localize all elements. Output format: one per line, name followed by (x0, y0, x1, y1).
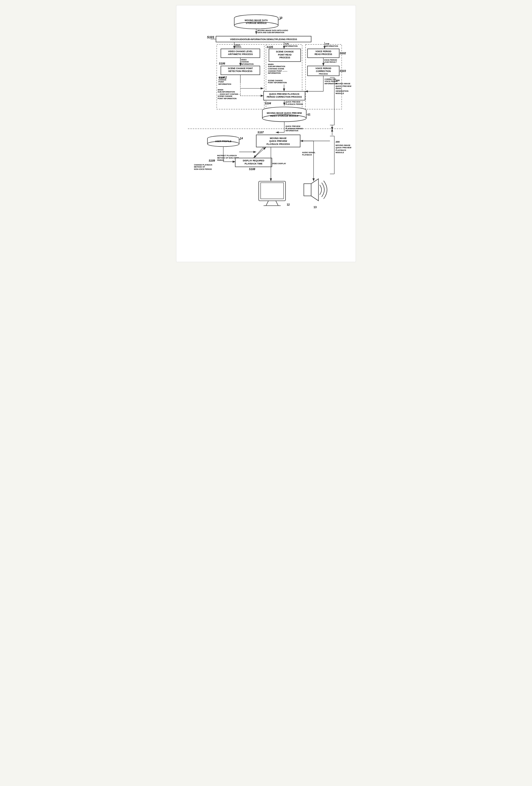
qp-period-info2-label: QUICK PREVIEW (286, 125, 300, 128)
sub-info-mid-label: SUB- (285, 43, 289, 45)
demux-label: VIDEO/AUDIO/SUB-INFORMATION DEMULTIPLEXI… (230, 38, 297, 41)
svg-rect-35 (262, 111, 306, 120)
step-s101: S101 (207, 36, 214, 39)
svg-line-39 (306, 114, 309, 115)
svg-rect-11 (217, 44, 264, 109)
step-s104: S104 (265, 102, 271, 105)
change-playback-label: CHANGE PLAYBACK (194, 164, 213, 166)
video-change-info-label3: INFORMATION (241, 63, 254, 65)
svg-point-53 (208, 141, 239, 146)
sub-info-right-label: SUB- (325, 43, 330, 45)
when-not-contains-label5: POINT INFORMATION (218, 98, 237, 100)
video-change-info-label2: CHANGE (241, 61, 249, 63)
module-200-label2: QUICK PREVIEW (336, 146, 352, 149)
voice-load-label2: LOAD RESULT (324, 61, 337, 63)
instruct-label3: PERIOD (217, 159, 224, 161)
scene-read-label: SCENE CHANGE (276, 50, 294, 53)
svg-point-2 (234, 15, 278, 22)
svg-rect-72 (304, 184, 311, 196)
svg-rect-10 (216, 36, 311, 42)
qp-playback-label: MOVING IMAGE (270, 137, 287, 140)
when-not-contains-label4: SCENE CHANGE (218, 95, 233, 97)
qp-correct-label2: PERIOD CORRECTION PROCESS (267, 96, 302, 98)
svg-line-70 (276, 201, 278, 206)
voice-read-label: VOICE PERIOD (315, 50, 331, 53)
video-signal-label2: SIGNAL (235, 46, 242, 48)
voice-correct-label: VOICE PERIOD (315, 67, 331, 70)
svg-line-7 (278, 19, 281, 20)
module-200-label3: PLAYBACK (336, 149, 346, 151)
svg-rect-67 (259, 181, 286, 201)
sub-info-mid-label2: INFORMATION (285, 45, 297, 47)
svg-rect-15 (221, 66, 260, 75)
qp-playback-label2: QUICK PREVIEW (269, 140, 287, 142)
storage-module-label2: STORAGE MODULE (246, 22, 267, 24)
voice-correct-label3: PROCESS (319, 73, 328, 75)
svg-point-49 (208, 136, 239, 141)
video-change-label: VIDEO CHANGE LEVEL (228, 50, 252, 53)
video-signal-label: VIDEO (235, 44, 241, 46)
display-time-label: DISPLAY REQUIRED (243, 159, 264, 162)
user-profile-label: USER PROFILE (215, 140, 231, 143)
ref-14: 14 (240, 137, 243, 140)
svg-point-6 (234, 22, 278, 29)
ref-13: 13 (314, 206, 317, 209)
svg-rect-20 (269, 49, 301, 62)
ref-10: 10 (280, 17, 283, 19)
module-200-label1: MOVING IMAGE (336, 144, 350, 146)
qp-playback-label3: PLAYBACK PROCESS (267, 143, 290, 145)
step-s106: S106 (219, 62, 225, 65)
scene-detect-label2: DETECTION PROCESS (228, 70, 252, 72)
corrected-voice-label3: INFORMATION (324, 83, 337, 85)
scene-pt-info2-label: SCENE CHANGE (268, 80, 283, 82)
svg-rect-18 (266, 44, 302, 109)
scene-pt-info-label2: CHANGE (218, 79, 226, 81)
svg-rect-62 (235, 158, 272, 167)
when-contains-label2: SUB-INFORMATION (268, 66, 285, 68)
index-storage-label2: INDEX STORAGE MODULE (270, 115, 298, 117)
module-100-num: 100 (336, 79, 340, 82)
scene-read-label3: PROCESS (280, 56, 290, 59)
video-change-info-label: VIDEO (241, 59, 247, 61)
svg-rect-68 (261, 183, 284, 199)
module-200-num: 200 (336, 140, 340, 143)
svg-point-38 (262, 115, 306, 122)
voice-load-label: VOICE PERIOD (324, 59, 337, 61)
svg-point-34 (262, 107, 306, 114)
ref-11: 11 (308, 113, 311, 116)
scene-pt-info2-label2: POINT INFORMATION (268, 82, 287, 84)
data-arrow-label: MOVING IMAGE DATA WITH AUDIO (258, 29, 288, 31)
data-arrow-label2: DATA AND SUB-INFORMATION (258, 31, 285, 34)
when-not-contains-label2: SUB-INFORMATION (218, 91, 235, 93)
step-s105: S105 (267, 46, 273, 49)
scene-pt-info-label: SCENE (218, 76, 225, 78)
svg-line-69 (266, 201, 269, 206)
instruct-label: INSTRUCT PLAYBACK (217, 155, 237, 157)
scene-pt-info-label3: POINT (218, 81, 224, 83)
svg-rect-58 (256, 135, 300, 147)
when-contains-label3: CONTAINS SCENE (268, 68, 284, 70)
storage-module-label: MOVING IMAGE DATA (245, 19, 268, 22)
svg-marker-73 (311, 179, 319, 201)
corrected-voice-label: CORRECTED (324, 78, 336, 80)
sub-info-right-label2: INFORMATION (325, 45, 338, 47)
qp-period-info2-label3: INFORMATION (286, 130, 298, 132)
step-s107z: S107Z (219, 76, 227, 79)
svg-line-54 (239, 139, 241, 140)
audio-signal-label: AUDIO SIGNAL (302, 152, 316, 154)
step-s107: S107 (258, 131, 264, 134)
when-not-contains-label: WHEN (218, 89, 223, 91)
svg-line-74 (254, 147, 264, 158)
svg-rect-22 (306, 44, 342, 109)
svg-rect-27 (308, 66, 339, 76)
when-contains-label: WHEN (268, 64, 274, 66)
qp-correct-label: QUICK PREVIEW PLAYBACK (269, 93, 300, 95)
change-playback-label3: NON-VOICE PERIOD (194, 168, 212, 170)
video-display-label: VIDEO DISPLAY (272, 163, 286, 165)
when-not-contains-label3: - - DOES NOT CONTAIN - - (218, 93, 241, 95)
scene-pt-info-label4: INFORMATION (218, 83, 231, 85)
module-100-label5: MODULE (336, 92, 344, 95)
instruct-label2: METHOD OF NON-VOICE (217, 157, 239, 159)
audio-signal-label2: PLAYBACK (302, 154, 312, 156)
step-s109: S109 (209, 159, 215, 162)
